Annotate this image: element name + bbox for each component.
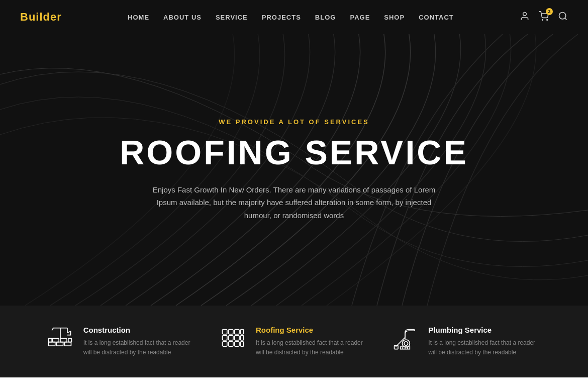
brand-logo[interactable]: Builder [20,11,62,24]
svg-rect-18 [229,329,233,334]
service-desc-plumbing: It is a long established fact that a rea… [428,338,542,357]
search-icon[interactable] [558,11,568,24]
svg-point-31 [403,340,410,347]
service-item-plumbing: Plumbing Service It is a long establishe… [391,326,542,357]
nav-item-page[interactable]: PAGE [350,14,370,21]
svg-rect-6 [48,342,55,346]
svg-point-32 [404,342,408,345]
svg-line-16 [52,328,53,331]
roofing-icon [219,326,247,354]
svg-point-3 [559,12,566,19]
svg-rect-28 [241,342,244,346]
svg-rect-7 [56,342,63,346]
service-name-construction: Construction [83,326,197,334]
user-icon[interactable] [520,11,530,24]
service-desc-roofing: It is a long established fact that a rea… [256,338,369,357]
hero-content: WE PROVIDE A LOT OF SERVICES ROOFING SER… [120,118,468,222]
svg-rect-22 [235,336,239,340]
svg-point-1 [542,19,543,20]
svg-rect-12 [68,338,72,342]
construction-icon [46,326,74,354]
hero-title: ROOFING SERVICE [120,134,468,171]
service-info-construction: Construction It is a long established fa… [83,326,197,357]
services-strip: Construction It is a long established fa… [0,306,588,377]
hero-section: WE PROVIDE A LOT OF SERVICES ROOFING SER… [0,34,588,306]
svg-rect-19 [235,329,239,334]
nav-item-about[interactable]: ABOUT US [163,14,202,21]
nav-item-blog[interactable]: BLOG [315,14,336,21]
svg-rect-27 [241,336,244,340]
svg-rect-9 [52,338,59,342]
navbar: Builder HOME ABOUT US SERVICE PROJECTS B… [0,0,588,34]
svg-rect-20 [222,336,227,340]
nav-icons: 3 [520,11,568,24]
service-item-roofing: Roofing Service It is a long established… [219,326,369,357]
nav-item-projects[interactable]: PROJECTS [262,14,301,21]
service-info-plumbing: Plumbing Service It is a long establishe… [428,326,542,357]
hero-description: Enjoys Fast Growth In New Orders. There … [143,183,445,222]
svg-rect-23 [222,342,227,346]
svg-rect-26 [241,329,244,334]
svg-point-2 [547,19,548,20]
svg-rect-8 [64,342,71,346]
service-desc-construction: It is a long established fact that a rea… [83,338,197,357]
plumbing-icon [391,326,419,354]
service-item-construction: Construction It is a long established fa… [46,326,197,357]
service-name-plumbing: Plumbing Service [428,326,542,334]
nav-links: HOME ABOUT US SERVICE PROJECTS BLOG PAGE… [128,13,454,22]
svg-rect-17 [222,329,227,334]
cart-icon[interactable]: 3 [539,11,549,24]
service-name-roofing: Roofing Service [256,326,369,334]
nav-item-service[interactable]: SERVICE [216,14,248,21]
svg-rect-21 [229,336,233,340]
nav-item-shop[interactable]: SHOP [384,14,405,21]
nav-item-contact[interactable]: CONTACT [419,14,454,21]
cart-badge: 3 [546,8,553,15]
svg-rect-24 [229,342,233,346]
hero-subtitle: WE PROVIDE A LOT OF SERVICES [120,118,468,126]
svg-point-0 [523,12,527,16]
svg-rect-10 [60,338,67,342]
about-section: About Us There are many variations of pa… [0,377,588,392]
nav-item-home[interactable]: HOME [128,14,149,21]
svg-rect-25 [235,342,239,346]
service-info-roofing: Roofing Service It is a long established… [256,326,369,357]
svg-line-4 [565,18,567,20]
svg-rect-11 [48,338,52,342]
